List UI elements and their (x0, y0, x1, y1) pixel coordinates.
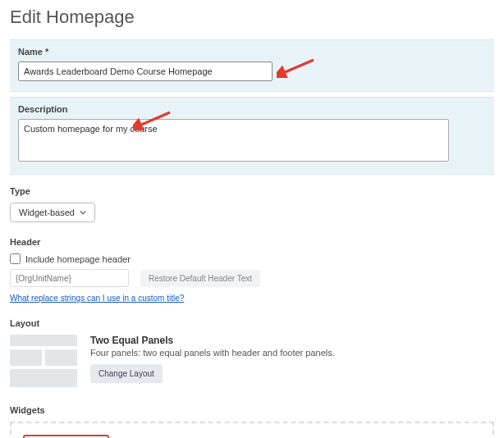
widgets-label: Widgets (10, 405, 494, 415)
type-select[interactable]: Widget-based (10, 203, 95, 222)
header-section: Header Include homepage header Restore D… (10, 230, 494, 312)
header-label: Header (10, 237, 494, 247)
description-input[interactable]: Custom homepage for my course (18, 119, 449, 162)
page-title: Edit Homepage (10, 7, 494, 28)
layout-section: Layout Two Equal Panels Four panels: two… (10, 312, 494, 399)
description-section: Description Custom homepage for my cours… (10, 97, 494, 175)
description-label: Description (18, 104, 486, 114)
layout-description: Four panels: two equal panels with heade… (90, 348, 335, 358)
include-header-label: Include homepage header (25, 254, 131, 264)
type-section: Type Widget-based (10, 180, 494, 230)
layout-name: Two Equal Panels (90, 335, 335, 346)
svg-line-0 (283, 60, 314, 73)
change-layout-button[interactable]: Change Layout (90, 364, 163, 383)
add-widgets-highlight: Add Widgets (23, 435, 109, 438)
name-label: Name * (18, 47, 486, 57)
name-section: Name * (10, 39, 494, 92)
layout-label: Layout (10, 318, 494, 328)
widgets-drop-area: Add Widgets Leaderboard Widget (with Nam… (10, 422, 494, 438)
include-header-checkbox[interactable] (10, 253, 21, 264)
widgets-section: Widgets Add Widgets Leaderboard Widget (… (10, 399, 494, 438)
type-select-value: Widget-based (19, 208, 75, 217)
replace-strings-help-link[interactable]: What replace strings can I use in a cust… (10, 294, 184, 303)
header-title-input (10, 269, 129, 287)
layout-preview-thumbnail (10, 335, 77, 390)
restore-header-button[interactable]: Restore Default Header Text (140, 270, 260, 287)
type-label: Type (10, 186, 494, 196)
chevron-down-icon (80, 209, 86, 216)
arrow-icon (277, 58, 318, 78)
name-input[interactable] (18, 62, 273, 81)
